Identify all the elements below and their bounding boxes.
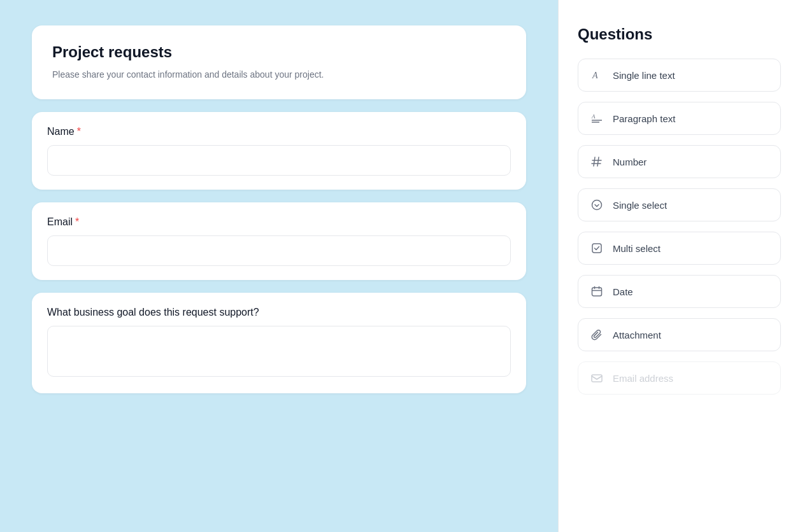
single-line-text-icon: A: [590, 68, 604, 82]
svg-point-8: [592, 200, 602, 210]
number-icon: [590, 155, 604, 169]
multi-select-icon: [590, 241, 604, 255]
question-item-date[interactable]: Date: [578, 275, 781, 308]
svg-rect-10: [592, 288, 602, 296]
question-item-email-address: Email address: [578, 361, 781, 395]
business-goal-field-card: What business goal does this request sup…: [32, 293, 526, 393]
svg-line-5: [597, 157, 599, 166]
questions-title: Questions: [578, 25, 781, 43]
question-item-attachment[interactable]: Attachment: [578, 318, 781, 351]
business-goal-label: What business goal does this request sup…: [47, 307, 511, 318]
paragraph-text-label: Paragraph text: [613, 113, 675, 124]
svg-rect-14: [592, 375, 602, 382]
multi-select-label: Multi select: [613, 243, 661, 254]
email-input[interactable]: [47, 235, 511, 266]
name-label: Name *: [47, 126, 511, 137]
svg-line-4: [594, 157, 595, 166]
question-item-paragraph-text[interactable]: A Paragraph text: [578, 102, 781, 135]
number-label: Number: [613, 157, 646, 167]
header-card: Project requests Please share your conta…: [32, 25, 526, 99]
left-panel: Project requests Please share your conta…: [0, 0, 558, 532]
name-required-star: *: [77, 126, 81, 137]
email-label: Email *: [47, 216, 511, 228]
svg-text:A: A: [592, 71, 598, 80]
paragraph-text-icon: A: [590, 111, 604, 125]
question-item-multi-select[interactable]: Multi select: [578, 232, 781, 265]
single-line-text-label: Single line text: [613, 70, 675, 81]
email-required-star: *: [75, 216, 79, 228]
email-field-card: Email *: [32, 202, 526, 280]
date-icon: [590, 284, 604, 298]
form-description: Please share your contact information an…: [52, 67, 506, 81]
right-panel: Questions A Single line text A Paragraph…: [558, 0, 800, 532]
name-input[interactable]: [47, 145, 511, 176]
question-item-single-select[interactable]: Single select: [578, 188, 781, 221]
single-select-icon: [590, 198, 604, 212]
form-title: Project requests: [52, 43, 506, 61]
email-address-icon: [590, 371, 604, 385]
business-goal-input[interactable]: [47, 326, 511, 377]
date-label: Date: [613, 286, 633, 297]
question-item-single-line-text[interactable]: A Single line text: [578, 59, 781, 92]
attachment-label: Attachment: [613, 330, 661, 340]
single-select-label: Single select: [613, 200, 667, 211]
svg-rect-9: [592, 244, 601, 253]
name-field-card: Name *: [32, 112, 526, 190]
svg-text:A: A: [591, 113, 596, 120]
email-address-label: Email address: [613, 373, 673, 384]
question-item-number[interactable]: Number: [578, 145, 781, 178]
attachment-icon: [590, 328, 604, 342]
